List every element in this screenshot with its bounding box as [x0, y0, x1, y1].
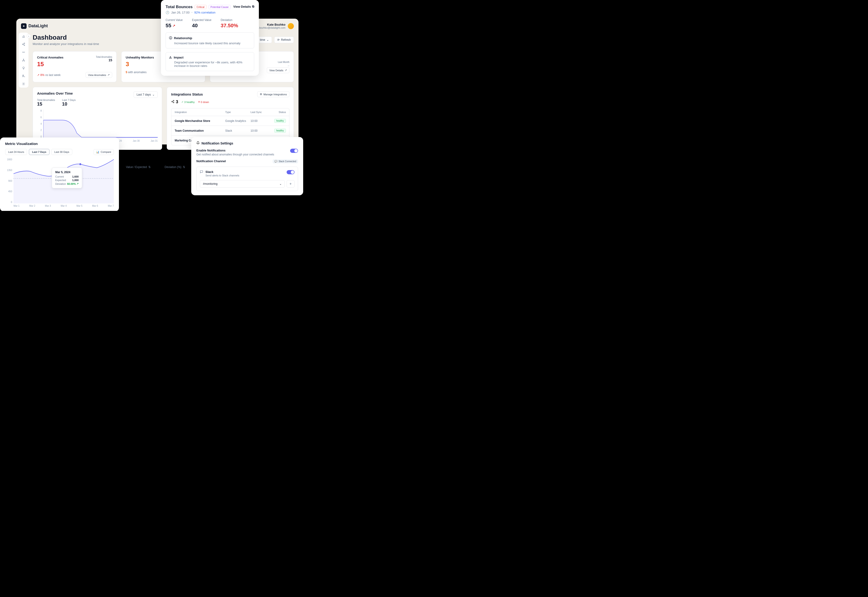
message-icon: 💬: [274, 160, 277, 163]
critical-count: 15: [37, 61, 63, 68]
view-anomalies-button[interactable]: View Anomalies↗: [86, 72, 112, 78]
compare-button[interactable]: 📊Compare: [94, 149, 114, 155]
column-value-expected[interactable]: Value / Expected⇅: [126, 165, 150, 169]
svg-point-8: [23, 83, 24, 85]
users-icon[interactable]: [22, 74, 25, 78]
hierarchy-icon[interactable]: [22, 58, 25, 62]
deviation-value: 37.50%: [220, 22, 238, 29]
chart-range-selector[interactable]: Last 7 days⌄: [134, 91, 158, 98]
arrow-up-right-icon: ↗: [173, 24, 176, 28]
sort-icon: ⇅: [183, 165, 185, 169]
chevron-down-icon: ⌄: [152, 93, 155, 96]
anomalies-chart: 86420 Jan 25Jan 26Jan 27Jan 28Jan 29Jan …: [37, 110, 158, 142]
arrow-up-right-icon: ↗: [285, 69, 287, 72]
chevron-down-icon: ⌄: [267, 38, 269, 42]
view-details-button[interactable]: View Details↗: [267, 67, 289, 73]
metric-chart: 180013509004500 Mar 1Mar 2Mar 3Mar 4Mar …: [5, 158, 114, 207]
card-title: Integrations Status: [171, 92, 203, 96]
chart-icon: 📊: [96, 150, 99, 154]
svg-point-1: [22, 44, 23, 45]
refresh-button[interactable]: ⟳Refresh: [274, 37, 294, 43]
table-row[interactable]: Team CommunicationSlack10:00healthy: [171, 126, 289, 136]
broadcast-icon[interactable]: [22, 50, 25, 54]
current-value: 55: [165, 22, 171, 29]
expected-value: 40: [192, 22, 211, 29]
panel-title: Notification Settings: [201, 141, 233, 145]
impact-box: ⚠Impact Degraded user experience for ~8k…: [165, 52, 254, 71]
arrow-up-right-icon: ↗: [76, 182, 79, 185]
gear-icon[interactable]: [22, 82, 25, 86]
channel-header: Notification Channel: [197, 159, 226, 163]
share-icon: ⚙: [260, 93, 262, 96]
svg-point-7: [22, 75, 24, 76]
total-anomalies-value: 15: [96, 58, 112, 62]
chart-bar-icon[interactable]: [22, 34, 25, 38]
arrow-up-right-icon: ↗: [107, 73, 110, 76]
manage-integrations-button[interactable]: ⚙Manage Integrations: [257, 91, 289, 97]
chart-tooltip: Mar 5, 2024 Current1,600 Expected1,000 D…: [52, 168, 82, 188]
status-badge: healthy: [274, 129, 286, 132]
svg-point-11: [173, 102, 174, 103]
svg-point-0: [24, 43, 25, 44]
refresh-icon: ⟳: [277, 38, 280, 42]
floating-column-headers: Value / Expected⇅ Deviation (%)⇅: [126, 165, 185, 169]
external-link-icon: ⧉: [252, 4, 254, 8]
channel-selector[interactable]: #monitoring⌄: [200, 180, 285, 187]
svg-point-2: [24, 45, 25, 46]
metric-visualization-panel: Metric Visualization Last 24 Hours Last …: [0, 138, 119, 211]
sparkle-icon: ✦: [22, 24, 25, 28]
share-icon[interactable]: [22, 42, 25, 46]
svg-point-10: [172, 101, 173, 102]
channel-name: Slack: [205, 170, 239, 174]
svg-point-4: [23, 59, 24, 59]
potential-cause-badge: Potential Cause: [208, 5, 231, 9]
sidebar: ›: [19, 33, 28, 88]
chevron-down-icon: ⌄: [279, 182, 282, 186]
sidebar-expand-button[interactable]: ›: [27, 34, 31, 38]
clock-icon: 🕐: [165, 11, 169, 14]
svg-point-6: [24, 61, 24, 61]
panel-title: Total Bounces: [165, 4, 193, 9]
info-icon: ⓘ: [169, 36, 172, 40]
user-email: ka.bozhko@datalight.com: [256, 26, 286, 29]
add-channel-button[interactable]: +: [287, 180, 295, 187]
message-square-icon: [200, 170, 203, 177]
svg-point-3: [23, 52, 24, 52]
user-menu[interactable]: Kate Bozhko ka.bozhko@datalight.com: [256, 23, 294, 29]
critical-badge: Critical: [195, 5, 207, 9]
view-details-link[interactable]: View Details⧉: [233, 4, 254, 8]
brand-name: DataLight: [28, 24, 48, 28]
status-badge: healthy: [274, 119, 286, 123]
bell-icon: [197, 141, 200, 146]
last-month-label: Last Month: [278, 61, 289, 63]
check-circle-icon: ✓: [182, 100, 183, 104]
svg-point-9: [173, 100, 174, 101]
segment-24h[interactable]: Last 24 Hours: [5, 149, 27, 155]
avatar[interactable]: [288, 23, 294, 29]
slack-channel-box: Slack Send alerts to Slack channels #mon…: [197, 166, 298, 191]
brand-logo[interactable]: ✦ DataLight: [21, 23, 48, 29]
time-range-selector[interactable]: time⌄: [257, 37, 272, 43]
total-anomalies-label: Total Anomalies: [96, 56, 112, 58]
share-icon: [171, 100, 174, 104]
svg-point-5: [22, 61, 23, 61]
enable-notifications-label: Enable Notifications: [197, 149, 274, 152]
chart-title: Anomalies Over Time: [37, 91, 76, 95]
timestamp: Jan 26, 17:00: [171, 11, 190, 14]
sort-icon: ⇅: [148, 165, 150, 169]
total-bounces-panel: Total Bounces Critical Potential Cause 🕐…: [161, 0, 259, 76]
slack-toggle[interactable]: [287, 170, 295, 174]
card-title: Critical Anomalies: [37, 56, 63, 59]
warning-icon: ⚠: [169, 56, 172, 59]
enable-notifications-toggle[interactable]: [290, 149, 298, 153]
segment-7d[interactable]: Last 7 Days: [29, 149, 49, 155]
relationship-box: ⓘRelationship Increased bounce rate like…: [165, 33, 254, 49]
tooltip-date: Mar 5, 2024: [55, 171, 79, 174]
critical-anomalies-card: Critical Anomalies 15 Total Anomalies 15…: [33, 51, 117, 82]
lightbulb-icon[interactable]: [22, 66, 25, 70]
segment-30d[interactable]: Last 30 Days: [51, 149, 72, 155]
arrow-up-right-icon: ↗: [37, 73, 39, 77]
column-deviation[interactable]: Deviation (%)⇅: [165, 165, 185, 169]
table-row[interactable]: Google Merchandise StoreGoogle Analytics…: [171, 116, 289, 126]
svg-point-13: [79, 163, 81, 165]
